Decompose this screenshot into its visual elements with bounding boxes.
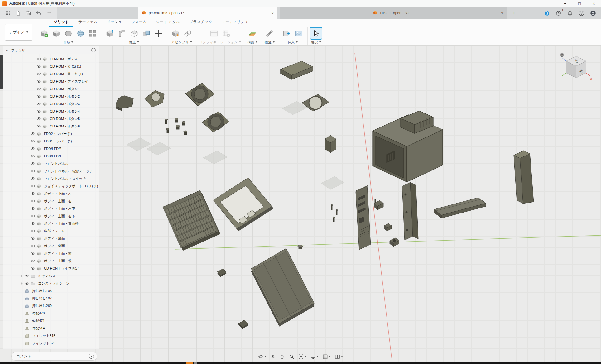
browser-item[interactable]: 勾配470 (3, 309, 99, 317)
press-pull-button[interactable] (104, 28, 115, 39)
fit-button[interactable] (297, 353, 308, 360)
part-corner-piece[interactable] (116, 96, 133, 111)
browser-item[interactable]: CD-ROM・ディスプレイ (3, 78, 99, 85)
visibility-toggle[interactable] (31, 162, 36, 165)
visibility-toggle[interactable] (31, 229, 36, 232)
part-bracket[interactable] (402, 182, 418, 240)
joint-button[interactable] (182, 28, 193, 39)
browser-item[interactable]: キャンバス (3, 272, 99, 280)
visibility-toggle[interactable] (36, 57, 42, 60)
pattern-button[interactable] (87, 28, 98, 39)
document-tab[interactable]: HB-F1_open__v2 × (280, 7, 507, 19)
shell-button[interactable] (128, 28, 140, 39)
close-tab-button[interactable]: × (270, 11, 275, 16)
browser-item[interactable]: CD-ROM・ボタン1 (3, 85, 99, 93)
visibility-toggle[interactable] (36, 87, 42, 90)
browser-item[interactable]: CD-ROM・ボタン3 (3, 100, 99, 108)
combine-button[interactable] (141, 28, 152, 39)
look-at-button[interactable] (269, 353, 277, 360)
collapse-panel-button[interactable]: « (6, 48, 8, 52)
ribbon-group-dropdown[interactable]: 検査 (264, 40, 275, 45)
browser-item[interactable]: FDD/LED/2 (3, 145, 99, 152)
ribbon-tab[interactable]: メッシュ (102, 18, 126, 27)
new-component-button[interactable] (38, 28, 50, 39)
timeline-marker-orange[interactable] (186, 362, 193, 364)
orbit-button[interactable] (257, 353, 268, 360)
visibility-toggle[interactable] (31, 155, 36, 158)
display-button[interactable] (309, 353, 320, 360)
part-keyboard[interactable] (163, 190, 220, 251)
browser-item[interactable]: ボディ・上面・右下 (3, 212, 99, 220)
browser-item[interactable]: CD-ROM・ボディ (3, 55, 99, 63)
visibility-toggle[interactable] (31, 214, 36, 218)
browser-item[interactable]: フロントパネル・電源スイッチ (3, 167, 99, 175)
config-insert-button[interactable] (220, 28, 232, 39)
viewports-button[interactable] (333, 353, 344, 360)
close-tab-button[interactable]: × (500, 11, 505, 16)
browser-item[interactable]: 押し出し269 (3, 302, 99, 309)
visibility-toggle[interactable] (31, 170, 36, 173)
grid-toggle-button[interactable] (321, 353, 332, 360)
visibility-toggle[interactable] (31, 244, 36, 247)
visibility-toggle[interactable] (36, 72, 42, 75)
visibility-toggle[interactable] (36, 102, 42, 105)
timeline-marker-gray[interactable] (194, 362, 197, 364)
browser-item[interactable]: ボディ・上面・後 (3, 257, 99, 265)
close-button[interactable]: × (587, 0, 601, 7)
visibility-toggle[interactable] (36, 110, 42, 113)
ribbon-group-dropdown[interactable]: コンフィギュレーション (199, 40, 241, 45)
box-button[interactable] (50, 28, 62, 39)
visibility-toggle[interactable] (31, 132, 36, 135)
globe-button[interactable] (543, 9, 551, 17)
browser-item[interactable]: FDD/LED/1 (3, 152, 99, 160)
visibility-toggle[interactable] (31, 267, 36, 270)
visibility-toggle[interactable] (36, 125, 42, 128)
workspace-selector[interactable]: デザイン (5, 24, 32, 41)
browser-item[interactable]: 勾配514 (3, 324, 99, 332)
visibility-toggle[interactable] (31, 222, 36, 225)
browser-item[interactable]: FDD1・レバー (1) (3, 137, 99, 145)
expand-arrow[interactable] (19, 275, 25, 277)
visibility-toggle[interactable] (36, 65, 42, 68)
model-viewport[interactable]: « ブラウザ CD-ROM・ボディCD-ROM・蓋 (1) (1)CD-ROM・… (0, 46, 601, 362)
insert-image-button[interactable] (293, 28, 305, 39)
browser-item[interactable]: CD-ROM・ボタン5 (3, 115, 99, 122)
browser-item[interactable]: CD-RONドライブ固定 (3, 265, 99, 272)
ribbon-tab[interactable]: ユーティリティ (217, 18, 253, 27)
comment-bar[interactable]: コメント (11, 352, 97, 361)
browser-item[interactable]: 内部フレーム (3, 227, 99, 235)
viewcube[interactable]: 上 右 Z X (558, 49, 595, 86)
ribbon-group-dropdown[interactable]: 選択 (310, 40, 322, 45)
visibility-toggle[interactable] (31, 207, 36, 210)
timeline-bar[interactable] (0, 362, 601, 364)
ribbon-group-dropdown[interactable]: 構築 (247, 40, 258, 45)
part-small-plate-2[interactable] (238, 320, 248, 329)
visibility-toggle[interactable] (31, 252, 36, 255)
part-bottom-plate[interactable] (251, 248, 314, 326)
file-button[interactable] (13, 9, 23, 17)
part-speaker-plate-2[interactable] (202, 112, 229, 132)
part-blocks[interactable] (374, 200, 399, 247)
browser-item[interactable]: ボディ・上面・前 (3, 250, 99, 257)
ribbon-group-dropdown[interactable]: 修正 (104, 40, 164, 45)
part-arc-piece[interactable] (145, 90, 164, 107)
browser-item[interactable]: FDD2・レバー (1) (3, 130, 99, 137)
part-side-panel[interactable] (514, 151, 534, 204)
ribbon-tab[interactable]: シート メタル (151, 18, 184, 27)
ribbon-tab[interactable]: フォーム (127, 18, 151, 27)
sphere-button[interactable] (75, 28, 86, 39)
part-flat-plate[interactable] (434, 198, 486, 218)
browser-item[interactable]: ボディ・背面 (3, 242, 99, 250)
left-edge-scrollbar[interactable] (0, 55, 3, 89)
ribbon-group-dropdown[interactable]: 挿入 (281, 40, 305, 45)
assemble-new-button[interactable] (170, 28, 181, 39)
ribbon-tab[interactable]: プラスチック (185, 18, 217, 27)
construct-plane-button[interactable] (247, 28, 258, 39)
browser-item[interactable]: ボディ・底面 (3, 235, 99, 242)
visibility-toggle[interactable] (31, 147, 36, 150)
browser-item[interactable]: フロントパネル (3, 160, 99, 167)
part-cd-lid[interactable] (281, 61, 313, 79)
browser-item[interactable]: コンストラクション (3, 280, 99, 287)
browser-item[interactable]: 押し出し107 (3, 295, 99, 302)
browser-item[interactable]: ボディ・上面・背面枠 (3, 220, 99, 227)
